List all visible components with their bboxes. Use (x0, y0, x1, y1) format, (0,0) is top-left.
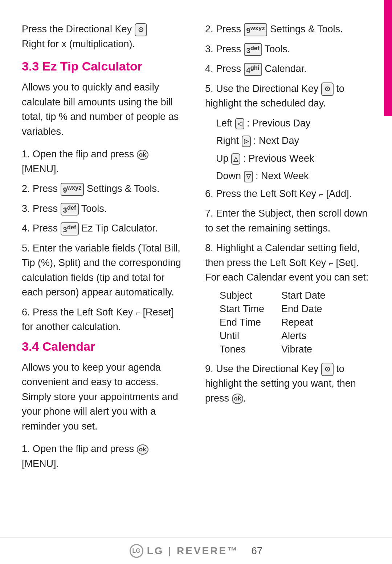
field-vibrate: Vibrate (281, 344, 332, 355)
key-3def-2: 3def (61, 222, 79, 235)
dir-key-2: ⊙ (321, 82, 334, 96)
sub-right: Right ▷ : Next Day (205, 133, 370, 148)
right-step-7: 7. Enter the Subject, then scroll down t… (205, 206, 370, 235)
right-step-2: 2. Press 9wxyz Settings & Tools. (205, 22, 370, 37)
key-left: ◁ (235, 118, 244, 130)
field-end-time: End Time (220, 317, 270, 328)
key-9wxyz-2: 9wxyz (244, 23, 268, 36)
sub-up: Up △ : Previous Week (205, 151, 370, 166)
soft-key-2: ⌐ (319, 189, 323, 200)
calendar-fields-table: Subject Start Date Start Time End Date E… (220, 290, 370, 355)
ez-step-5: 5. Enter the variable fields (Total Bill… (22, 241, 187, 300)
key-down: ▽ (244, 171, 253, 182)
right-step-5: 5. Use the Directional Key ⊙ to highligh… (205, 81, 370, 111)
key-9wxyz-1: 9wxyz (61, 183, 84, 196)
calendar-heading: 3.4 Calendar (22, 339, 187, 354)
sub-left: Left ◁ : Previous Day (205, 116, 370, 131)
field-tones: Tones (220, 344, 270, 355)
cal-step-1: 1. Open the flip and press ok [MENU]. (22, 442, 187, 471)
ez-step-3: 3. Press 3def Tools. (22, 201, 187, 216)
field-until: Until (220, 330, 270, 342)
field-start-date: Start Date (281, 290, 332, 301)
dir-key-icon: ⊙ (135, 23, 147, 37)
left-column: Press the Directional Key ⊙ Right for x … (22, 22, 187, 499)
top-line2: Right for x (multiplication). (22, 39, 135, 49)
soft-key-1: ⌐ (136, 307, 140, 319)
ok-key-3: ok (232, 394, 244, 404)
top-intro-text: Press the Directional Key ⊙ Right for x … (22, 22, 187, 51)
field-repeat: Repeat (281, 317, 332, 328)
footer: LG LG | REVERE™ 67 (0, 537, 392, 564)
right-step-4: 4. Press 4ghi Calendar. (205, 61, 370, 76)
key-3def-1: 3def (61, 203, 79, 216)
field-subject: Subject (220, 290, 270, 301)
ez-step-2: 2. Press 9wxyz Settings & Tools. (22, 181, 187, 196)
ez-tip-heading: 3.3 Ez Tip Calculator (22, 59, 187, 73)
key-up: △ (231, 153, 240, 165)
content-columns: Press the Directional Key ⊙ Right for x … (22, 22, 370, 499)
calendar-intro: Allows you to keep your agenda convenien… (22, 360, 187, 434)
right-step-9: 9. Use the Directional Key ⊙ to highligh… (205, 362, 370, 406)
field-end-date: End Date (281, 303, 332, 315)
right-step-8: 8. Highlight a Calendar setting field, t… (205, 241, 370, 285)
ez-step-6: 6. Press the Left Soft Key ⌐ [Reset] for… (22, 305, 187, 334)
sub-down: Down ▽ : Next Week (205, 169, 370, 184)
right-step-6: 6. Press the Left Soft Key ⌐ [Add]. (205, 186, 370, 201)
ez-tip-intro: Allows you to quickly and easily calcula… (22, 80, 187, 139)
right-column: 2. Press 9wxyz Settings & Tools. 3. Pres… (205, 22, 370, 499)
footer-logo: LG LG | REVERE™ (130, 544, 239, 558)
ok-key-2: ok (137, 444, 148, 455)
dir-key-3: ⊙ (321, 363, 334, 376)
accent-bar (384, 0, 392, 116)
key-right: ▷ (242, 136, 251, 147)
ez-step-4: 4. Press 3def Ez Tip Calculator. (22, 221, 187, 236)
right-step-3: 3. Press 3def Tools. (205, 42, 370, 57)
footer-page-number: 67 (251, 545, 262, 557)
key-3def-3: 3def (244, 43, 262, 56)
field-start-time: Start Time (220, 303, 270, 315)
ok-key-1: ok (137, 150, 148, 160)
lg-logo-circle: LG (130, 544, 143, 558)
top-line1: Press the Directional Key ⊙ (22, 24, 147, 35)
soft-key-3: ⌐ (329, 258, 333, 269)
key-4ghi: 4ghi (244, 63, 262, 76)
page-container: Press the Directional Key ⊙ Right for x … (0, 0, 392, 564)
field-alerts: Alerts (281, 330, 332, 342)
ez-step-1: 1. Open the flip and press ok [MENU]. (22, 147, 187, 176)
footer-brand-text: LG | REVERE™ (147, 545, 239, 557)
